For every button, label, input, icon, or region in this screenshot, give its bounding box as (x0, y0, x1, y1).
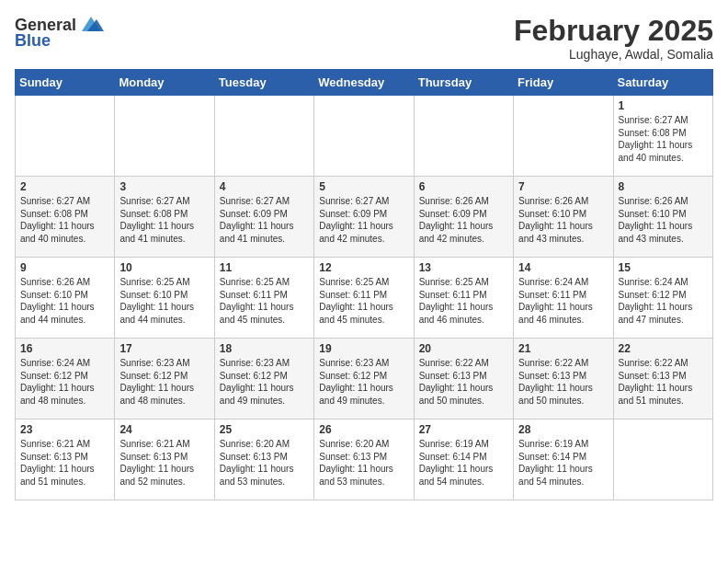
day-number: 24 (119, 423, 209, 436)
day-info: Sunrise: 6:21 AM Sunset: 6:13 PM Dayligh… (20, 438, 109, 488)
calendar-cell: 1Sunrise: 6:27 AM Sunset: 6:08 PM Daylig… (613, 96, 712, 177)
day-number: 5 (319, 180, 408, 193)
calendar-cell: 14Sunrise: 6:24 AM Sunset: 6:11 PM Dayli… (514, 258, 613, 339)
calendar-cell: 3Sunrise: 6:27 AM Sunset: 6:08 PM Daylig… (115, 177, 214, 258)
calendar-cell: 11Sunrise: 6:25 AM Sunset: 6:11 PM Dayli… (214, 258, 313, 339)
calendar-week-row: 2Sunrise: 6:27 AM Sunset: 6:08 PM Daylig… (16, 177, 713, 258)
calendar-cell: 16Sunrise: 6:24 AM Sunset: 6:12 PM Dayli… (16, 339, 115, 419)
day-number: 20 (419, 342, 508, 355)
day-info: Sunrise: 6:27 AM Sunset: 6:09 PM Dayligh… (220, 195, 309, 245)
day-info: Sunrise: 6:24 AM Sunset: 6:12 PM Dayligh… (20, 357, 109, 407)
day-info: Sunrise: 6:22 AM Sunset: 6:13 PM Dayligh… (518, 357, 608, 407)
calendar-cell: 7Sunrise: 6:26 AM Sunset: 6:10 PM Daylig… (514, 177, 613, 258)
day-info: Sunrise: 6:24 AM Sunset: 6:12 PM Dayligh… (619, 276, 708, 326)
day-info: Sunrise: 6:20 AM Sunset: 6:13 PM Dayligh… (220, 438, 309, 488)
day-info: Sunrise: 6:22 AM Sunset: 6:13 PM Dayligh… (419, 357, 508, 407)
day-info: Sunrise: 6:26 AM Sunset: 6:09 PM Dayligh… (419, 195, 508, 245)
calendar: SundayMondayTuesdayWednesdayThursdayFrid… (15, 69, 713, 500)
calendar-cell: 9Sunrise: 6:26 AM Sunset: 6:10 PM Daylig… (16, 258, 115, 339)
day-number: 8 (619, 180, 708, 193)
day-number: 13 (419, 261, 508, 274)
calendar-cell (613, 419, 712, 500)
day-info: Sunrise: 6:27 AM Sunset: 6:08 PM Dayligh… (20, 195, 109, 245)
calendar-cell (314, 96, 414, 177)
day-number: 6 (419, 180, 508, 193)
calendar-cell: 18Sunrise: 6:23 AM Sunset: 6:12 PM Dayli… (214, 339, 313, 419)
logo: General Blue (15, 15, 104, 51)
calendar-cell: 26Sunrise: 6:20 AM Sunset: 6:13 PM Dayli… (314, 419, 414, 500)
day-number: 4 (220, 180, 309, 193)
day-info: Sunrise: 6:23 AM Sunset: 6:12 PM Dayligh… (119, 357, 209, 407)
calendar-cell: 23Sunrise: 6:21 AM Sunset: 6:13 PM Dayli… (16, 419, 115, 500)
day-info: Sunrise: 6:25 AM Sunset: 6:11 PM Dayligh… (220, 276, 309, 326)
month-title: February 2025 (514, 15, 713, 47)
day-number: 22 (619, 342, 708, 355)
calendar-cell: 5Sunrise: 6:27 AM Sunset: 6:09 PM Daylig… (314, 177, 414, 258)
day-number: 17 (119, 342, 209, 355)
calendar-cell (214, 96, 313, 177)
calendar-cell: 24Sunrise: 6:21 AM Sunset: 6:13 PM Dayli… (115, 419, 214, 500)
day-info: Sunrise: 6:26 AM Sunset: 6:10 PM Dayligh… (518, 195, 608, 245)
day-number: 27 (419, 423, 508, 436)
col-header-thursday: Thursday (414, 70, 513, 96)
day-info: Sunrise: 6:19 AM Sunset: 6:14 PM Dayligh… (419, 438, 508, 488)
calendar-week-row: 16Sunrise: 6:24 AM Sunset: 6:12 PM Dayli… (16, 339, 713, 419)
day-number: 28 (518, 423, 608, 436)
col-header-sunday: Sunday (16, 70, 115, 96)
day-number: 23 (20, 423, 109, 436)
calendar-cell: 13Sunrise: 6:25 AM Sunset: 6:11 PM Dayli… (414, 258, 513, 339)
day-info: Sunrise: 6:26 AM Sunset: 6:10 PM Dayligh… (20, 276, 109, 326)
calendar-cell: 25Sunrise: 6:20 AM Sunset: 6:13 PM Dayli… (214, 419, 313, 500)
day-number: 11 (220, 261, 309, 274)
calendar-cell: 22Sunrise: 6:22 AM Sunset: 6:13 PM Dayli… (613, 339, 712, 419)
day-info: Sunrise: 6:25 AM Sunset: 6:11 PM Dayligh… (319, 276, 408, 326)
day-info: Sunrise: 6:25 AM Sunset: 6:10 PM Dayligh… (119, 276, 209, 326)
calendar-cell: 8Sunrise: 6:26 AM Sunset: 6:10 PM Daylig… (613, 177, 712, 258)
day-info: Sunrise: 6:26 AM Sunset: 6:10 PM Dayligh… (619, 195, 708, 245)
day-number: 16 (20, 342, 109, 355)
day-number: 15 (619, 261, 708, 274)
day-number: 25 (220, 423, 309, 436)
day-info: Sunrise: 6:27 AM Sunset: 6:08 PM Dayligh… (619, 114, 708, 164)
day-number: 12 (319, 261, 408, 274)
calendar-cell: 10Sunrise: 6:25 AM Sunset: 6:10 PM Dayli… (115, 258, 214, 339)
day-info: Sunrise: 6:24 AM Sunset: 6:11 PM Dayligh… (518, 276, 608, 326)
day-info: Sunrise: 6:19 AM Sunset: 6:14 PM Dayligh… (518, 438, 608, 488)
col-header-monday: Monday (115, 70, 214, 96)
day-number: 26 (319, 423, 408, 436)
day-number: 1 (619, 99, 708, 112)
calendar-cell: 17Sunrise: 6:23 AM Sunset: 6:12 PM Dayli… (115, 339, 214, 419)
col-header-wednesday: Wednesday (314, 70, 414, 96)
calendar-cell: 6Sunrise: 6:26 AM Sunset: 6:09 PM Daylig… (414, 177, 513, 258)
calendar-cell: 21Sunrise: 6:22 AM Sunset: 6:13 PM Dayli… (514, 339, 613, 419)
calendar-cell: 12Sunrise: 6:25 AM Sunset: 6:11 PM Dayli… (314, 258, 414, 339)
calendar-cell: 2Sunrise: 6:27 AM Sunset: 6:08 PM Daylig… (16, 177, 115, 258)
day-number: 3 (119, 180, 209, 193)
day-info: Sunrise: 6:27 AM Sunset: 6:09 PM Dayligh… (319, 195, 408, 245)
calendar-week-row: 9Sunrise: 6:26 AM Sunset: 6:10 PM Daylig… (16, 258, 713, 339)
calendar-week-row: 23Sunrise: 6:21 AM Sunset: 6:13 PM Dayli… (16, 419, 713, 500)
title-block: February 2025 Lughaye, Awdal, Somalia (514, 15, 713, 62)
col-header-saturday: Saturday (613, 70, 712, 96)
calendar-week-row: 1Sunrise: 6:27 AM Sunset: 6:08 PM Daylig… (16, 96, 713, 177)
calendar-cell (414, 96, 513, 177)
calendar-cell (16, 96, 115, 177)
day-info: Sunrise: 6:20 AM Sunset: 6:13 PM Dayligh… (319, 438, 408, 488)
calendar-header-row: SundayMondayTuesdayWednesdayThursdayFrid… (16, 70, 713, 96)
calendar-cell: 4Sunrise: 6:27 AM Sunset: 6:09 PM Daylig… (214, 177, 313, 258)
day-number: 10 (119, 261, 209, 274)
day-number: 18 (220, 342, 309, 355)
page-header: General Blue February 2025 Lughaye, Awda… (15, 15, 713, 62)
calendar-cell (115, 96, 214, 177)
calendar-cell: 19Sunrise: 6:23 AM Sunset: 6:12 PM Dayli… (314, 339, 414, 419)
col-header-friday: Friday (514, 70, 613, 96)
day-info: Sunrise: 6:22 AM Sunset: 6:13 PM Dayligh… (619, 357, 708, 407)
col-header-tuesday: Tuesday (214, 70, 313, 96)
day-info: Sunrise: 6:27 AM Sunset: 6:08 PM Dayligh… (119, 195, 209, 245)
day-info: Sunrise: 6:21 AM Sunset: 6:13 PM Dayligh… (119, 438, 209, 488)
calendar-cell: 27Sunrise: 6:19 AM Sunset: 6:14 PM Dayli… (414, 419, 513, 500)
calendar-cell: 15Sunrise: 6:24 AM Sunset: 6:12 PM Dayli… (613, 258, 712, 339)
day-number: 9 (20, 261, 109, 274)
day-info: Sunrise: 6:23 AM Sunset: 6:12 PM Dayligh… (220, 357, 309, 407)
calendar-cell: 20Sunrise: 6:22 AM Sunset: 6:13 PM Dayli… (414, 339, 513, 419)
